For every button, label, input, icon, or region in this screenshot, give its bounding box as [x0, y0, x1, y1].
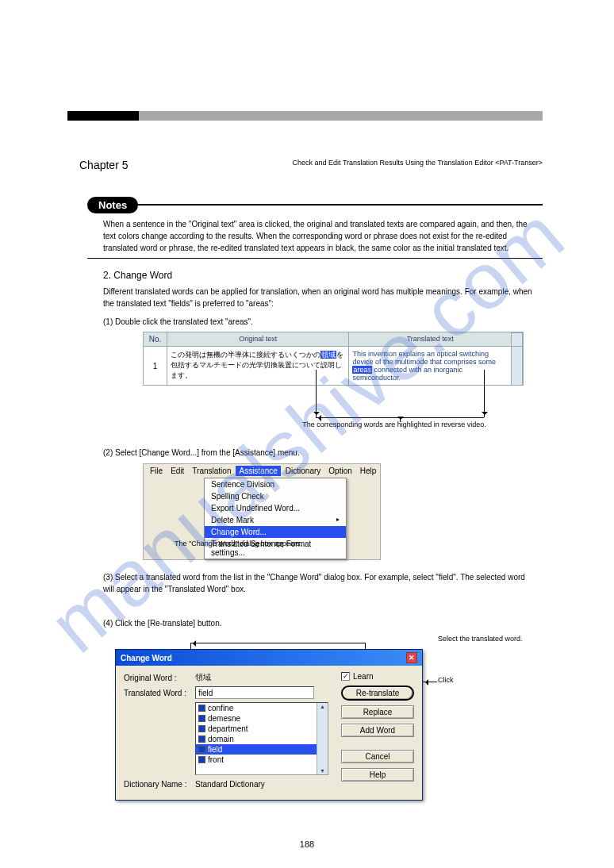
- checkbox-icon: [198, 735, 205, 743]
- arrow-icon: [316, 370, 317, 417]
- checkbox-icon: ✓: [341, 672, 350, 681]
- checkbox-icon: [198, 715, 205, 722]
- menu-item-change-word[interactable]: Change Word...: [205, 526, 346, 538]
- table-row: 1 この発明は無機の半導体に接続するいくつかの領域を包括するマルチモードの光学切…: [144, 346, 523, 385]
- menu-item-sentence-division[interactable]: Sentence Division: [205, 478, 346, 490]
- listbox-scrollbar[interactable]: [317, 703, 328, 774]
- original-word-value: 領域: [195, 672, 211, 683]
- learn-label: Learn: [353, 672, 374, 681]
- checkbox-icon: [198, 746, 205, 753]
- notes-body: When a sentence in the "Original text" a…: [103, 218, 535, 254]
- tran-text-pre: This invention explains an optical switc…: [352, 350, 496, 366]
- help-button[interactable]: Help: [341, 768, 414, 782]
- menu-dictionary[interactable]: Dictionary: [282, 466, 324, 476]
- step-3: (3) Select a translated word from the li…: [103, 571, 535, 595]
- dialog-title: Change Word: [121, 654, 172, 663]
- checkbox-icon: [198, 705, 205, 712]
- translated-text-cell[interactable]: This invention explains an optical switc…: [349, 346, 512, 385]
- menu-item-export-undefined[interactable]: Export Undefined Word...: [205, 502, 346, 514]
- checkbox-icon: [198, 756, 205, 763]
- replace-button[interactable]: Replace: [341, 705, 414, 719]
- menu-assistance[interactable]: Assistance: [236, 466, 280, 476]
- add-word-button[interactable]: Add Word: [341, 724, 414, 737]
- translation-table: No. Original text Translated text 1 この発明…: [143, 332, 524, 386]
- list-item: domain: [196, 734, 317, 744]
- tran-highlight: areas: [352, 366, 372, 374]
- dictionary-name-value: Standard Dictionary: [195, 780, 265, 789]
- list-item: department: [196, 724, 317, 734]
- cancel-button[interactable]: Cancel: [341, 750, 414, 763]
- table-header: No. Original text Translated text: [144, 332, 523, 346]
- step-2: (2) Select [Change Word...] from the [As…: [103, 448, 535, 457]
- scrollbar-head: [512, 332, 523, 346]
- watermark: manualshive.com: [33, 188, 582, 670]
- scrollbar[interactable]: [512, 346, 523, 385]
- step-4: (4) Click the [Re-translate] button.: [103, 619, 535, 628]
- col-header-no: No.: [144, 332, 167, 346]
- close-button[interactable]: ✕: [406, 652, 417, 663]
- chapter-left: Chapter 5: [79, 159, 128, 171]
- menu-item-delete-mark[interactable]: Delete Mark: [205, 514, 346, 526]
- menu-row: File Edit Translation Assistance Diction…: [144, 464, 380, 478]
- menu-file[interactable]: File: [147, 466, 166, 476]
- checkbox-icon: [198, 725, 205, 732]
- dictionary-name-label: Dictionary Name :: [124, 780, 195, 789]
- chapter-heading: Chapter 5 Check and Edit Translation Res…: [79, 159, 543, 171]
- notes-rule: [136, 204, 543, 205]
- annotation-select: Select the translated word.: [438, 635, 549, 643]
- arrow-connector: [190, 643, 365, 643]
- annotation-click: Click: [438, 676, 549, 684]
- menu-translation[interactable]: Translation: [189, 466, 234, 476]
- list-item: demesne: [196, 713, 317, 724]
- section-intro: Different translated words can be applie…: [103, 286, 535, 309]
- original-word-label: Original Word :: [124, 674, 195, 682]
- col-header-original: Original text: [167, 332, 350, 346]
- step-1: (1) Double click the translated text "ar…: [103, 317, 535, 326]
- list-item: front: [196, 755, 317, 765]
- arrow-icon: [423, 682, 437, 682]
- learn-checkbox[interactable]: ✓ Learn: [341, 672, 414, 681]
- translated-word-label: Translated Word :: [124, 689, 195, 697]
- chapter-right: Check and Edit Translation Results Using…: [293, 159, 543, 171]
- arrow-icon: [484, 370, 485, 417]
- page-number: 188: [0, 839, 614, 849]
- menu-item-spelling-check[interactable]: Spelling Check: [205, 490, 346, 502]
- menu-help[interactable]: Help: [357, 466, 380, 476]
- list-item: confine: [196, 703, 317, 713]
- dialog-titlebar: Change Word ✕: [116, 650, 422, 666]
- orig-highlight: 領域: [320, 351, 336, 359]
- menu-edit[interactable]: Edit: [167, 466, 187, 476]
- translated-word-input[interactable]: [195, 686, 314, 699]
- change-word-dialog: Change Word ✕ Original Word : 領域 Transla…: [115, 649, 423, 801]
- col-header-translated: Translated text: [349, 332, 512, 346]
- notes-badge: Notes: [87, 197, 138, 213]
- menu-option[interactable]: Option: [325, 466, 355, 476]
- table-annotation: The corresponding words are highlighted …: [254, 421, 535, 428]
- list-item-selected: field: [196, 744, 317, 755]
- row-number: 1: [144, 346, 167, 385]
- section-title: 2. Change Word: [103, 270, 172, 281]
- notes-header: Notes: [87, 196, 543, 213]
- retranslate-button[interactable]: Re-translate: [341, 686, 414, 701]
- page-header-bar: [67, 111, 543, 121]
- divider: [87, 258, 543, 259]
- original-text-cell[interactable]: この発明は無機の半導体に接続するいくつかの領域を包括するマルチモードの光学切換装…: [167, 346, 350, 385]
- menu-annotation: The "Change Word" dialog box appears.: [175, 540, 535, 547]
- word-listbox[interactable]: confine demesne department domain field …: [195, 702, 328, 775]
- orig-text-pre: この発明は無機の半導体に接続するいくつかの: [171, 351, 320, 359]
